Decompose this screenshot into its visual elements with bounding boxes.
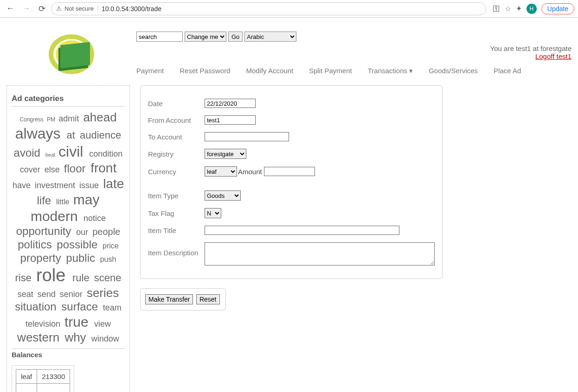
profile-avatar[interactable]: H [527,4,537,14]
tag-team[interactable]: team [102,303,122,312]
reset-button[interactable]: Reset [196,294,220,304]
tag-scene[interactable]: scene [93,272,122,284]
currency-select[interactable]: leaf [205,166,237,177]
tag-people[interactable]: people [91,227,121,237]
from-account-input[interactable] [205,115,256,125]
browser-chrome: ← → ⟳ ⚠ Not secure 10.0.0.54:3000/trade … [0,0,578,18]
item-title-input[interactable] [205,226,399,235]
tag-may[interactable]: may [72,192,101,207]
tag-cover[interactable]: cover [19,165,44,174]
tag-why[interactable]: why [64,330,90,344]
date-input[interactable] [205,99,256,108]
nav-reset-password[interactable]: Reset Password [180,67,230,75]
tag-price[interactable]: price [102,242,120,250]
tag-civil[interactable]: civil [58,143,88,160]
tag-ahead[interactable]: ahead [82,110,117,124]
tag-notice[interactable]: notice [83,214,107,223]
balance-currency: leaf [16,370,37,384]
tag-have[interactable]: have [12,181,34,190]
tag-admit[interactable]: admit [58,114,82,123]
item-title-label: Item Title [148,227,205,234]
tag-public[interactable]: public [65,252,99,264]
registry-select[interactable]: forestgate [205,149,246,159]
tag-window[interactable]: window [90,334,120,343]
tag-late[interactable]: late [102,177,125,191]
tag-our[interactable]: our [75,228,91,237]
sidebar: Ad categories Congress PM admit ahead al… [6,85,130,392]
tag-life[interactable]: life [36,194,55,207]
form-actions: Make Transfer Reset [140,288,226,310]
table-row [16,384,70,392]
tag-politics[interactable]: politics [17,238,56,251]
extensions-icon[interactable]: ✦ [516,4,522,13]
tag-floor[interactable]: floor [63,162,90,175]
url-text: 10.0.0.54:3000/trade [102,5,161,13]
tag-front[interactable]: front [90,161,117,175]
tag-issue[interactable]: issue [78,181,102,190]
tag-audience[interactable]: audience [79,129,122,141]
tag-congress[interactable]: Congress [19,116,46,123]
balance-amount: 213300 [37,370,70,384]
currency-label: Currency [148,168,205,176]
address-bar[interactable]: ⚠ Not secure 10.0.0.54:3000/trade [51,2,486,15]
main-nav: Payment Reset Password Modify Account Sp… [136,67,572,75]
tag-investment[interactable]: investment [34,181,78,190]
tag-modern[interactable]: modern [30,209,83,224]
tag-role[interactable]: role [35,266,71,285]
back-button[interactable]: ← [4,2,17,15]
to-account-input[interactable] [205,132,289,141]
item-description-textarea[interactable] [205,242,435,266]
tag-opportunity[interactable]: opportunity [15,225,75,237]
language-select[interactable]: Arabic [244,32,296,42]
item-type-select[interactable]: Goods [205,190,241,201]
tag-else[interactable]: else [44,165,63,174]
tag-true[interactable]: true [64,314,93,329]
logoff-link[interactable]: Logoff test1 [535,52,572,60]
nav-transactions[interactable]: Transactions ▾ [368,67,413,75]
key-icon[interactable]: ⚿ [493,5,500,13]
tag-beat[interactable]: beat [45,152,58,158]
tag-rise[interactable]: rise [14,272,36,284]
tag-little[interactable]: little [55,198,72,206]
tag-situation[interactable]: situation [14,300,60,313]
tag-series[interactable]: series [86,286,120,300]
tag-at[interactable]: at [65,129,78,141]
tag-push[interactable]: push [99,255,117,263]
tag-senior[interactable]: senior [59,290,86,299]
from-account-label: From Account [148,116,205,124]
search-input[interactable] [136,32,183,42]
make-transfer-button[interactable]: Make Transfer [145,294,193,304]
tag-avoid[interactable]: avoid [13,146,45,159]
search-mode-select[interactable]: Change me [185,32,226,42]
tag-pm[interactable]: PM [46,116,58,123]
tag-rule[interactable]: rule [71,272,93,284]
update-button[interactable]: Update [541,3,574,14]
nav-split-payment[interactable]: Split Payment [309,67,352,75]
tag-send[interactable]: send [37,290,59,299]
reload-button[interactable]: ⟳ [35,2,48,15]
transfer-form: Date From Account To Account Registry fo… [140,85,443,279]
registry-label: Registry [148,150,205,158]
tag-condition[interactable]: condition [88,149,123,158]
tag-seat[interactable]: seat [17,290,37,299]
tag-view[interactable]: view [93,319,112,329]
tag-always[interactable]: always [14,125,66,142]
tag-property[interactable]: property [19,252,65,264]
nav-modify-account[interactable]: Modify Account [246,67,293,75]
ad-categories-title: Ad categories [12,94,125,107]
nav-payment[interactable]: Payment [136,67,164,75]
to-account-label: To Account [148,133,205,141]
bookmark-star-icon[interactable]: ☆ [505,4,511,13]
tag-possible[interactable]: possible [56,238,102,251]
tag-television[interactable]: television [25,319,64,329]
forward-button[interactable]: → [19,2,32,15]
table-row: leaf 213300 [16,370,70,384]
tax-flag-select[interactable]: N [205,208,221,218]
tag-western[interactable]: western [16,330,64,344]
tag-surface[interactable]: surface [60,300,102,313]
amount-input[interactable] [264,167,315,176]
nav-place-ad[interactable]: Place Ad [494,67,521,75]
nav-goods-services[interactable]: Goods/Services [429,67,478,75]
app-logo[interactable] [48,33,95,75]
go-button[interactable]: Go [228,32,243,42]
